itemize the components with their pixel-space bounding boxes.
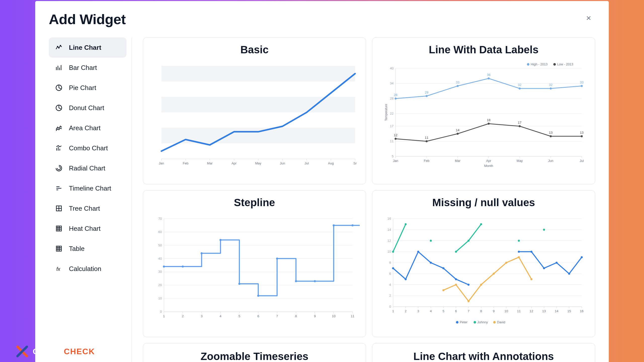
svg-point-165 <box>352 224 354 226</box>
card-line-chart-with-annotations[interactable]: Line Chart with Annotations <box>372 343 595 362</box>
sidebar-item-label: Line Chart <box>69 44 101 52</box>
svg-text:29: 29 <box>425 90 428 94</box>
bar-chart-icon <box>55 64 63 72</box>
sidebar-item-calculation[interactable]: fx Calculation <box>49 259 127 279</box>
sidebar-item-tree-chart[interactable]: Tree Chart <box>49 198 127 218</box>
sidebar-item-radial-chart[interactable]: Radial Chart <box>49 158 127 178</box>
sidebar-item-donut-chart[interactable]: Donut Chart <box>49 98 127 118</box>
svg-text:13: 13 <box>580 131 583 134</box>
card-line-with-data-labels[interactable]: Line With Data Labels 5111722283440JanFe… <box>372 37 595 184</box>
svg-text:fx: fx <box>56 266 61 272</box>
sidebar-item-label: Pie Chart <box>69 84 96 92</box>
card-missing-null-values[interactable]: Missing / null values 024681012141612345… <box>372 190 595 337</box>
combo-chart-icon <box>55 144 63 152</box>
svg-point-238 <box>518 240 520 242</box>
svg-text:Feb: Feb <box>183 161 188 165</box>
svg-text:36: 36 <box>487 73 490 77</box>
svg-point-113 <box>527 63 530 66</box>
svg-text:32: 32 <box>518 83 521 87</box>
calculation-icon: fx <box>55 265 63 273</box>
chart-preview-data-labels: 5111722283440JanFebMarAprMayJunJulMonthT… <box>378 61 589 171</box>
svg-text:32: 32 <box>549 83 552 87</box>
svg-rect-23 <box>56 246 61 251</box>
svg-text:40: 40 <box>158 257 162 260</box>
svg-point-230 <box>568 273 570 275</box>
svg-text:Jul: Jul <box>580 159 584 163</box>
crosscheck-logo-icon <box>15 344 29 358</box>
svg-point-83 <box>395 98 397 100</box>
svg-point-232 <box>392 251 394 253</box>
line-chart-icon <box>55 43 63 52</box>
svg-text:10: 10 <box>158 296 162 300</box>
sidebar-item-table[interactable]: Table <box>49 239 127 259</box>
sidebar-item-area-chart[interactable]: Area Chart <box>49 118 127 138</box>
svg-text:Temperature: Temperature <box>384 104 388 121</box>
heat-chart-icon <box>55 224 63 233</box>
svg-point-222 <box>430 262 432 264</box>
svg-point-86 <box>488 77 490 79</box>
svg-point-228 <box>543 267 545 269</box>
svg-text:12: 12 <box>530 309 533 313</box>
svg-text:5: 5 <box>442 309 444 313</box>
card-title: Zoomable Timeseries <box>149 350 360 362</box>
svg-text:Jun: Jun <box>548 159 553 163</box>
svg-text:15: 15 <box>567 309 571 313</box>
svg-point-221 <box>417 251 419 253</box>
svg-point-88 <box>550 87 552 89</box>
svg-text:14: 14 <box>555 309 558 313</box>
sidebar-item-label: Table <box>69 245 85 253</box>
svg-text:17: 17 <box>518 121 521 124</box>
sidebar-item-label: Timeline Chart <box>69 185 111 192</box>
svg-text:4: 4 <box>389 283 391 287</box>
svg-point-224 <box>455 278 457 280</box>
svg-point-160 <box>257 295 259 297</box>
card-title: Missing / null values <box>378 197 589 209</box>
svg-point-156 <box>182 265 184 267</box>
timeline-chart-icon <box>55 184 63 192</box>
sidebar-item-bar-chart[interactable]: Bar Chart <box>49 58 127 78</box>
svg-point-223 <box>442 267 445 269</box>
sidebar-item-line-chart[interactable]: Line Chart <box>49 37 127 58</box>
card-title: Stepline <box>149 197 360 209</box>
sidebar-item-timeline-chart[interactable]: Timeline Chart <box>49 178 127 198</box>
sidebar-item-combo-chart[interactable]: Combo Chart <box>49 138 127 158</box>
svg-point-84 <box>426 95 428 97</box>
svg-point-236 <box>468 240 470 242</box>
chart-preview-basic: JanFebMarAprMayJunJulAugSr <box>149 61 360 171</box>
svg-text:Johnny: Johnny <box>477 320 488 324</box>
svg-text:Mar: Mar <box>207 161 213 165</box>
svg-point-89 <box>581 85 583 87</box>
svg-text:10: 10 <box>504 309 508 313</box>
svg-point-158 <box>220 239 222 241</box>
svg-text:12: 12 <box>394 133 397 137</box>
svg-point-225 <box>468 284 470 286</box>
svg-point-233 <box>405 223 407 225</box>
svg-text:11: 11 <box>425 136 428 140</box>
brand-watermark: CROSSCHECK <box>15 344 95 358</box>
card-stepline[interactable]: Stepline 0102030405060701234567891011 <box>143 190 366 337</box>
sidebar-item-heat-chart[interactable]: Heat Chart <box>49 218 127 239</box>
card-zoomable-timeseries[interactable]: Zoomable Timeseries <box>143 343 366 362</box>
svg-text:3: 3 <box>417 309 419 313</box>
card-basic[interactable]: Basic JanFebMarAprMayJunJulAugSr <box>143 37 366 184</box>
brand-text-2: CHECK <box>64 347 95 356</box>
close-button[interactable]: × <box>584 14 594 24</box>
sidebar-item-pie-chart[interactable]: Pie Chart <box>49 78 127 98</box>
svg-point-101 <box>519 125 521 127</box>
svg-text:2: 2 <box>182 314 184 318</box>
tree-chart-icon <box>55 204 63 212</box>
svg-point-157 <box>201 252 203 254</box>
svg-text:70: 70 <box>158 217 162 220</box>
svg-text:14: 14 <box>387 228 391 232</box>
pie-chart-icon <box>55 84 63 92</box>
svg-text:13: 13 <box>549 131 552 134</box>
svg-text:Jul: Jul <box>305 161 309 165</box>
chart-preview-missing: 024681012141612345678910111213141516Pete… <box>378 214 589 324</box>
svg-point-102 <box>550 135 552 137</box>
svg-text:33: 33 <box>456 80 459 84</box>
sidebar-item-label: Radial Chart <box>69 164 105 172</box>
svg-text:8: 8 <box>480 309 482 313</box>
svg-point-87 <box>519 87 521 89</box>
svg-text:7: 7 <box>276 314 278 318</box>
svg-text:30: 30 <box>158 270 162 274</box>
